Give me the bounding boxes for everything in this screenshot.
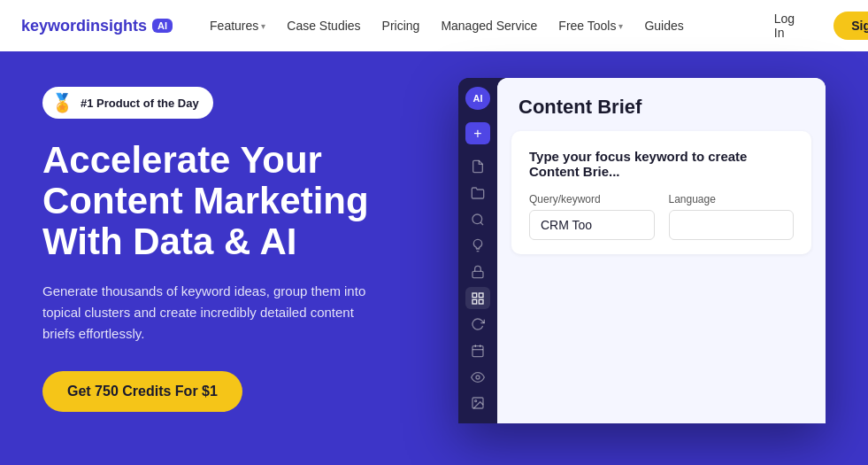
sidebar-lock-icon[interactable] bbox=[465, 260, 490, 283]
app-content-area: Content Brief Type your focus keyword to… bbox=[497, 78, 826, 423]
sidebar-refresh-icon[interactable] bbox=[465, 313, 490, 336]
svg-rect-6 bbox=[479, 299, 483, 304]
svg-point-13 bbox=[475, 400, 477, 402]
medal-icon: 🏅 bbox=[51, 92, 73, 113]
nav-free-tools[interactable]: Free Tools ▾ bbox=[549, 13, 632, 38]
sidebar-folder-icon[interactable] bbox=[465, 182, 490, 205]
logo-ai-badge: AI bbox=[152, 19, 173, 33]
language-field-group: Language bbox=[669, 193, 795, 240]
card-prompt: Type your focus keyword to create Conten… bbox=[529, 149, 794, 179]
content-title: Content Brief bbox=[518, 96, 804, 119]
query-field-group: Query/keyword bbox=[529, 193, 655, 240]
svg-rect-7 bbox=[472, 346, 483, 357]
sidebar-add-button[interactable]: + bbox=[465, 122, 490, 145]
svg-point-11 bbox=[476, 376, 480, 379]
login-button[interactable]: Log In bbox=[764, 6, 805, 45]
query-label: Query/keyword bbox=[529, 193, 655, 205]
svg-line-1 bbox=[480, 222, 483, 225]
app-preview: AI + bbox=[458, 78, 826, 423]
app-window: AI + bbox=[458, 78, 826, 423]
cta-button[interactable]: Get 750 Credits For $1 bbox=[42, 371, 242, 412]
hero-headline: Accelerate Your Content Marketing With D… bbox=[42, 140, 423, 263]
sidebar-ai-logo: AI bbox=[465, 87, 490, 110]
hero-subtext: Generate thousands of keyword ideas, gro… bbox=[42, 281, 370, 345]
ph-title: #1 Product of the Day bbox=[81, 97, 199, 110]
nav-managed-service[interactable]: Managed Service bbox=[432, 13, 546, 38]
nav-case-studies[interactable]: Case Studies bbox=[278, 13, 369, 38]
language-label: Language bbox=[669, 193, 795, 205]
hero-section: 🏅 #1 Product of the Day Accelerate Your … bbox=[0, 51, 868, 432]
svg-rect-3 bbox=[472, 293, 477, 298]
sidebar-document-icon[interactable] bbox=[465, 155, 490, 178]
logo-wordmark: keywordinsights bbox=[21, 17, 147, 35]
product-hunt-badge: 🏅 #1 Product of the Day bbox=[42, 87, 213, 119]
sidebar-eye-icon[interactable] bbox=[465, 366, 490, 389]
sidebar-image-icon[interactable] bbox=[465, 391, 490, 415]
nav-guides[interactable]: Guides bbox=[635, 13, 692, 38]
sidebar-calendar-icon[interactable] bbox=[465, 339, 490, 362]
sidebar-grid-icon[interactable] bbox=[465, 287, 490, 310]
sidebar-search-icon[interactable] bbox=[465, 208, 490, 231]
svg-point-0 bbox=[472, 214, 482, 224]
nav-links: Features ▾ Case Studies Pricing Managed … bbox=[201, 13, 693, 38]
navbar: keywordinsights AI Features ▾ Case Studi… bbox=[0, 0, 868, 51]
svg-rect-2 bbox=[472, 271, 483, 277]
content-header: Content Brief bbox=[497, 78, 826, 131]
content-brief-card: Type your focus keyword to create Conten… bbox=[511, 131, 811, 254]
chevron-down-icon: ▾ bbox=[261, 21, 265, 31]
svg-rect-5 bbox=[472, 299, 477, 304]
app-sidebar: AI + bbox=[458, 78, 497, 423]
nav-pricing[interactable]: Pricing bbox=[373, 13, 429, 38]
nav-features[interactable]: Features ▾ bbox=[201, 13, 274, 38]
svg-rect-4 bbox=[479, 293, 483, 298]
logo[interactable]: keywordinsights AI bbox=[21, 17, 173, 35]
sidebar-bulb-icon[interactable] bbox=[465, 234, 490, 257]
signup-button[interactable]: Sign Up bbox=[833, 12, 868, 40]
chevron-down-icon: ▾ bbox=[618, 21, 623, 31]
query-input[interactable] bbox=[529, 210, 655, 240]
language-input[interactable] bbox=[669, 210, 795, 240]
hero-left: 🏅 #1 Product of the Day Accelerate Your … bbox=[42, 87, 423, 412]
form-row: Query/keyword Language bbox=[529, 193, 794, 240]
